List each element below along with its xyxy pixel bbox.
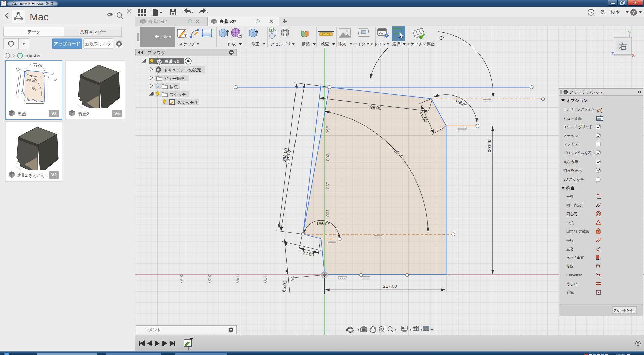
svg-text:スケッチ: スケッチ (179, 42, 195, 46)
svg-text:150: 150 (325, 182, 330, 189)
svg-text:作成: 作成 (227, 42, 236, 46)
svg-text:構築: 構築 (302, 42, 310, 46)
svg-text:拘束: 拘束 (566, 186, 575, 191)
svg-text:選択: 選択 (392, 42, 400, 46)
svg-text:CAPS: CAPS (616, 353, 625, 355)
svg-text:同心円: 同心円 (566, 212, 577, 216)
svg-text:直交: 直交 (566, 247, 574, 251)
svg-text:V5: V5 (114, 111, 120, 116)
svg-text:0°: 0° (439, 35, 444, 41)
svg-text:x: x (632, 52, 635, 58)
svg-text:平行: 平行 (566, 238, 574, 242)
svg-text:中点: 中点 (566, 221, 574, 225)
svg-text:スケッチを停止: スケッチを停止 (406, 42, 434, 46)
svg-text:Z: Z (611, 51, 614, 56)
svg-text:アップロード: アップロード (54, 41, 80, 46)
svg-text:同一直線上: 同一直線上 (566, 203, 585, 207)
svg-text:スライス: スライス (563, 142, 578, 146)
svg-text:217.00: 217.00 (383, 284, 397, 289)
svg-text:挿入: 挿入 (338, 42, 346, 46)
svg-text:?: ? (632, 10, 635, 15)
svg-text:プロファイルを表示: プロファイルを表示 (563, 151, 595, 155)
svg-text:スケッチを停止: スケッチを停止 (614, 308, 635, 312)
svg-text:裏蓋 v2*: 裏蓋 v2* (219, 19, 236, 24)
svg-text:右: 右 (619, 41, 627, 51)
svg-text:150: 150 (235, 275, 240, 283)
svg-text:50: 50 (290, 276, 296, 281)
svg-text:200: 200 (325, 154, 330, 161)
svg-text:裏蓋2 v5*: 裏蓋2 v5* (149, 19, 167, 24)
svg-text:修正: 修正 (251, 42, 259, 46)
svg-text:コメント: コメント (145, 327, 161, 332)
svg-text:スケッチ グリッド: スケッチ グリッド (563, 125, 593, 129)
svg-text:検査: 検査 (321, 42, 329, 46)
svg-text:100: 100 (263, 275, 268, 283)
svg-text:アドイン: アドイン (370, 42, 386, 46)
svg-text:オプション: オプション (566, 98, 588, 103)
svg-text:Y: Y (628, 30, 631, 36)
svg-text:アセンブリ: アセンブリ (270, 42, 291, 46)
svg-text:等しい: 等しい (566, 282, 578, 286)
svg-text:拘束を表示: 拘束を表示 (563, 168, 582, 172)
svg-text:裏蓋2 さんぶん...: 裏蓋2 さんぶん... (17, 173, 48, 178)
svg-text:master: master (25, 53, 41, 58)
svg-text:浩一 杉本: 浩一 杉本 (601, 10, 620, 15)
svg-text:266.00: 266.00 (487, 138, 492, 152)
svg-text:ドキュメントの設定: ドキュメントの設定 (164, 68, 201, 72)
svg-text:モデル: モデル (155, 34, 168, 39)
svg-text:接線: 接線 (566, 264, 574, 268)
svg-text:コンストラクション: コンストラクション (563, 107, 595, 111)
svg-text:Curvature: Curvature (566, 273, 582, 277)
svg-text:x: x (634, 0, 637, 5)
svg-text:250: 250 (325, 126, 330, 134)
svg-text:Mac: Mac (30, 11, 49, 22)
svg-text:スケッチ 1: スケッチ 1 (177, 100, 197, 105)
svg-text:原点: 原点 (170, 84, 178, 89)
svg-text:ブラウザ: ブラウザ (148, 50, 165, 55)
svg-text:固定/固定解除: 固定/固定解除 (566, 230, 589, 234)
svg-text:スナップ: スナップ (563, 134, 579, 138)
svg-text:裏蓋2: 裏蓋2 (78, 111, 89, 116)
svg-text:メイク: メイク (353, 42, 366, 46)
svg-text:水平 / 垂直: 水平 / 垂直 (566, 256, 584, 260)
svg-text:データ: データ (27, 29, 41, 34)
svg-text:173.0°: 173.0° (34, 64, 43, 68)
svg-text:新規フォルダ: 新規フォルダ (85, 41, 112, 46)
svg-text:共有メンバー: 共有メンバー (80, 29, 106, 34)
svg-text:スケッチ: スケッチ (170, 92, 186, 97)
svg-text:3D スケッチ: 3D スケッチ (563, 177, 584, 181)
svg-text:裏蓋: 裏蓋 (17, 111, 26, 116)
svg-text:ビュー管理: ビュー管理 (164, 76, 184, 81)
svg-text:200: 200 (207, 275, 212, 283)
svg-text:V2: V2 (51, 172, 57, 178)
svg-text:点を表示: 点を表示 (563, 160, 578, 164)
svg-text:166.0°: 166.0° (316, 221, 329, 226)
svg-text:250: 250 (179, 275, 184, 283)
svg-text:V2: V2 (51, 111, 57, 116)
svg-text:スケッチ パレット: スケッチ パレット (570, 90, 604, 95)
svg-text:ビュー正面: ビュー正面 (563, 116, 582, 120)
svg-text:100: 100 (325, 209, 330, 217)
svg-text:一致: 一致 (566, 195, 574, 199)
svg-text:対称: 対称 (566, 291, 574, 295)
svg-text:裏蓋 v2: 裏蓋 v2 (165, 59, 179, 64)
